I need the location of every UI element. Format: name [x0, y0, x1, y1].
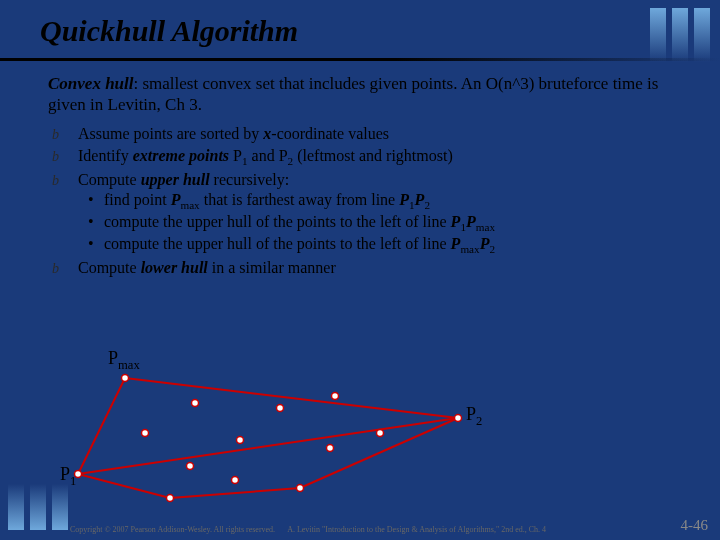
bullet-icon: b [52, 126, 59, 144]
decor-stripes-top [650, 8, 710, 62]
slide: Quickhull Algorithm Convex hull: smalles… [0, 0, 720, 540]
svg-point-12 [187, 463, 194, 470]
svg-point-16 [332, 393, 339, 400]
slide-content: Convex hull: smallest convex set that in… [0, 61, 720, 278]
slide-title: Quickhull Algorithm [0, 0, 720, 56]
bullet-icon: b [52, 172, 59, 190]
svg-line-4 [170, 488, 300, 498]
svg-line-0 [78, 418, 458, 474]
decor-stripes-bottom [8, 484, 68, 530]
bullet-list: b Assume points are sorted by x-coordina… [48, 124, 690, 279]
page-number: 4-46 [681, 517, 709, 534]
svg-line-5 [300, 418, 458, 488]
bullet-icon: b [52, 260, 59, 278]
svg-line-1 [78, 378, 125, 474]
sub-1: find point Pmax that is farthest away fr… [84, 190, 690, 212]
svg-line-2 [125, 378, 458, 418]
bullet-1: b Assume points are sorted by x-coordina… [52, 124, 690, 144]
svg-point-11 [142, 430, 149, 437]
sub-2: compute the upper hull of the points to … [84, 212, 690, 234]
sub-3: compute the upper hull of the points to … [84, 234, 690, 256]
intro-text: Convex hull: smallest convex set that in… [48, 73, 690, 116]
svg-point-7 [122, 375, 129, 382]
footer-copyright: Copyright © 2007 Pearson Addison-Wesley.… [70, 525, 275, 534]
footer-attribution: A. Levitin "Introduction to the Design &… [275, 525, 680, 534]
bullet-icon: b [52, 148, 59, 166]
svg-point-13 [192, 400, 199, 407]
bullet-2: b Identify extreme points P1 and P2 (lef… [52, 146, 690, 168]
svg-line-3 [78, 474, 170, 498]
svg-point-14 [237, 437, 244, 444]
svg-point-8 [455, 415, 462, 422]
footer: Copyright © 2007 Pearson Addison-Wesley.… [70, 517, 708, 534]
label-p2: P2 [466, 404, 482, 429]
svg-point-15 [277, 405, 284, 412]
svg-point-10 [297, 485, 304, 492]
svg-point-19 [232, 477, 239, 484]
label-pmax: Pmax [108, 348, 140, 373]
svg-point-17 [327, 445, 334, 452]
svg-point-18 [377, 430, 384, 437]
sub-list: find point Pmax that is farthest away fr… [78, 190, 690, 257]
hull-diagram: Pmax P1 P2 [70, 348, 550, 498]
bullet-4: b Compute lower hull in a similar manner [52, 258, 690, 278]
intro-rest: : smallest convex set that includes give… [48, 74, 658, 114]
svg-point-9 [167, 495, 174, 502]
term-convex-hull: Convex hull [48, 74, 134, 93]
label-p1: P1 [60, 464, 76, 489]
bullet-3: b Compute upper hull recursively: find p… [52, 170, 690, 257]
